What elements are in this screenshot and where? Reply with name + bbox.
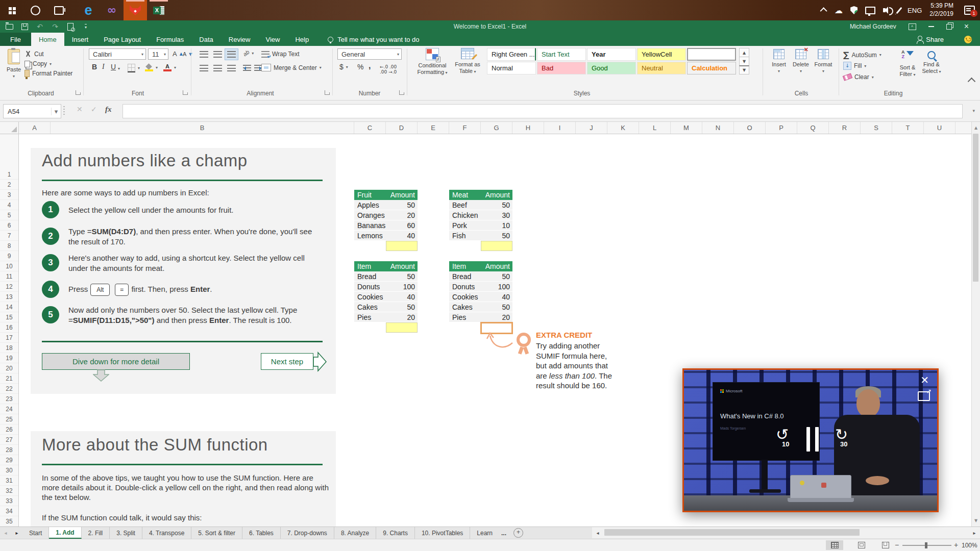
zoom-level[interactable]: 100% <box>962 542 977 549</box>
enter-formula-button[interactable]: ✓ <box>91 105 97 113</box>
table-row[interactable]: Cakes50 <box>449 302 512 312</box>
meat-sum-yellow-cell[interactable] <box>481 241 512 251</box>
table-row[interactable]: Cookies40 <box>449 292 512 302</box>
wrap-text-button[interactable]: Wrap Text <box>261 51 300 58</box>
font-color-button[interactable]: A▾ <box>163 64 176 71</box>
edge-taskbar-button[interactable]: e <box>77 0 100 20</box>
name-box-dropdown[interactable]: ▾ <box>51 108 61 115</box>
fox-app-taskbar-button[interactable] <box>124 0 147 20</box>
style-neutral[interactable]: Neutral <box>637 62 686 74</box>
qat-customize-button[interactable]: ▾ <box>82 22 90 31</box>
table-row[interactable]: Donuts100 <box>449 282 512 292</box>
tab-review[interactable]: Review <box>221 33 258 46</box>
column-header[interactable]: Q <box>797 121 829 134</box>
fruit-table-header[interactable]: FruitAmount <box>354 190 418 200</box>
print-preview-button[interactable] <box>66 22 75 31</box>
sheet-tab-start[interactable]: Start <box>22 527 49 539</box>
align-center-button[interactable] <box>211 62 225 74</box>
item-table-2-header[interactable]: ItemAmount <box>449 261 512 271</box>
italic-button[interactable]: I <box>102 63 105 71</box>
align-left-button[interactable] <box>197 62 211 74</box>
open-button[interactable] <box>5 22 13 31</box>
underline-dropdown[interactable]: ▾ <box>118 66 120 71</box>
row-header[interactable]: 12 <box>0 282 18 292</box>
item-sum-yellow-cell[interactable] <box>386 322 418 333</box>
row-header[interactable]: 1 <box>0 134 18 180</box>
row-header[interactable]: 4 <box>0 200 18 210</box>
clipboard-dialog-launcher[interactable] <box>76 90 80 95</box>
table-row[interactable]: Bread50 <box>354 271 418 282</box>
scroll-up-icon[interactable]: ▲ <box>972 122 980 133</box>
style-blank-selected[interactable] <box>687 48 736 61</box>
fill-button[interactable]: ↓Fill▾ <box>843 62 866 70</box>
gallery-up-button[interactable]: ▲ <box>739 48 749 57</box>
row-header[interactable]: 10 <box>0 261 18 271</box>
zoom-out-button[interactable]: − <box>895 541 899 549</box>
row-header[interactable]: 25 <box>0 414 18 424</box>
autosum-button[interactable]: ∑AutoSum▾ <box>843 50 881 60</box>
font-size-combo[interactable]: 11▾ <box>148 48 168 60</box>
format-as-table-button[interactable]: Format as Table ▾ <box>452 48 483 75</box>
accounting-format-button[interactable]: $▾ <box>339 63 348 71</box>
expand-formula-bar-button[interactable]: ▾ <box>972 108 975 113</box>
tab-data[interactable]: Data <box>191 33 220 46</box>
meat-table-header[interactable]: MeatAmount <box>449 190 512 200</box>
row-header[interactable]: 32 <box>0 486 18 496</box>
formula-input[interactable] <box>122 104 963 118</box>
orientation-button[interactable]: ab▾ <box>243 50 254 56</box>
column-header[interactable]: H <box>512 121 544 134</box>
style-good[interactable]: Good <box>587 62 636 74</box>
tab-help[interactable]: Help <box>287 33 316 46</box>
row-header[interactable]: 16 <box>0 322 18 333</box>
fill-color-button[interactable]: ▾ <box>145 64 158 71</box>
sort-filter-button[interactable]: AZ Sort & Filter ▾ <box>896 49 919 78</box>
cut-button[interactable]: Cut <box>24 51 44 58</box>
top-align-button[interactable] <box>197 48 211 60</box>
find-select-button[interactable]: Find & Select ▾ <box>920 49 943 75</box>
conditional-formatting-button[interactable]: Conditional Formatting ▾ <box>416 48 449 76</box>
borders-button[interactable]: ▾ <box>128 64 140 72</box>
tab-file[interactable]: File <box>0 33 31 46</box>
signed-in-user[interactable]: Michael Gordeev <box>850 23 896 30</box>
redo-button[interactable]: ↷ <box>51 22 59 31</box>
style-start-text[interactable]: Start Text <box>537 48 586 61</box>
row-header[interactable]: 28 <box>0 445 18 455</box>
gallery-down-button[interactable]: ▼ <box>739 57 749 66</box>
start-button[interactable] <box>0 0 23 20</box>
table-row[interactable]: Beef50 <box>449 200 512 210</box>
hscroll-right-icon[interactable]: ▸ <box>969 530 980 536</box>
style-calculation[interactable]: Calculation <box>687 62 736 74</box>
middle-align-button[interactable] <box>211 48 225 60</box>
format-painter-button[interactable]: Format Painter <box>24 70 72 77</box>
video-close-icon[interactable]: ✕ <box>920 375 929 385</box>
increase-decimal-button[interactable]: ←.0 .00 <box>380 64 397 69</box>
undo-button[interactable]: ↶ <box>36 22 44 31</box>
column-header[interactable]: U <box>924 121 955 134</box>
row-header[interactable]: 8 <box>0 241 18 251</box>
table-row[interactable]: Fish50 <box>449 231 512 241</box>
clear-button[interactable]: Clear▾ <box>843 73 874 81</box>
next-step-button[interactable]: Next step <box>261 353 313 370</box>
column-header[interactable]: C <box>354 121 386 134</box>
sheet-tab-1-add[interactable]: 1. Add <box>49 527 81 539</box>
row-header[interactable]: 9 <box>0 251 18 261</box>
tab-scroll-left-button[interactable]: ◂ <box>0 527 11 539</box>
number-dialog-launcher[interactable] <box>399 90 404 95</box>
scroll-down-icon[interactable]: ▼ <box>972 515 980 525</box>
table-row[interactable]: Cakes50 <box>354 302 418 312</box>
table-row[interactable]: Apples50 <box>354 200 418 210</box>
column-header[interactable]: P <box>766 121 797 134</box>
sheet-tab-4-transpose[interactable]: 4. Transpose <box>142 527 191 539</box>
column-header[interactable]: I <box>544 121 576 134</box>
language-indicator[interactable]: ENG <box>908 7 922 14</box>
column-header[interactable]: D <box>386 121 418 134</box>
column-header[interactable]: S <box>861 121 892 134</box>
row-header[interactable]: 13 <box>0 292 18 302</box>
row-header[interactable]: 11 <box>0 271 18 282</box>
column-header[interactable]: E <box>418 121 449 134</box>
sheet-tab-8-analyze[interactable]: 8. Analyze <box>334 527 376 539</box>
cancel-formula-button[interactable]: ✕ <box>77 105 83 113</box>
column-header[interactable]: F <box>449 121 481 134</box>
table-row[interactable]: Cookies40 <box>354 292 418 302</box>
new-sheet-button[interactable]: + <box>513 528 523 538</box>
